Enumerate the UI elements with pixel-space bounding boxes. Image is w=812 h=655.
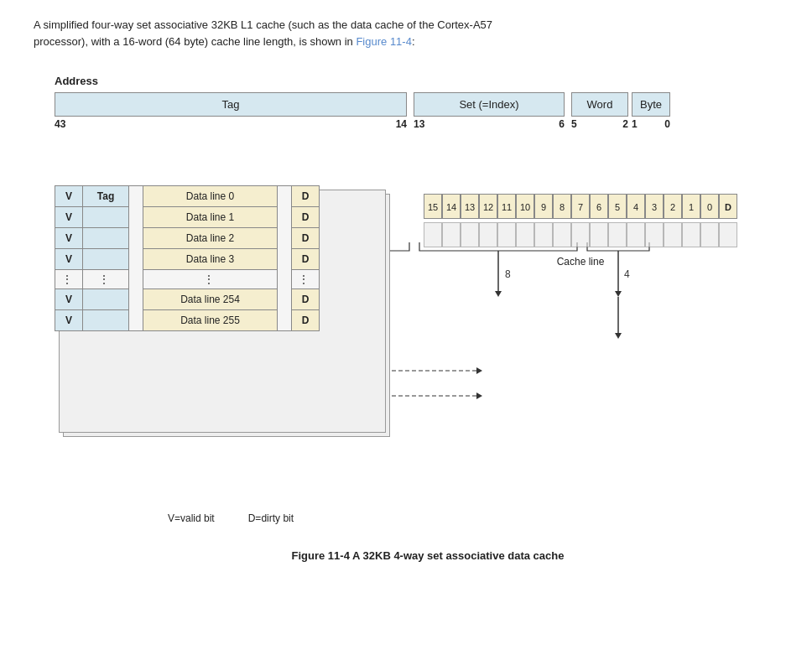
row2-d: D xyxy=(292,228,320,249)
row254-d: D xyxy=(292,289,320,310)
row255-data: Data line 255 xyxy=(143,310,278,331)
word-box: Word xyxy=(571,92,628,117)
tag-bit-right: 14 xyxy=(396,118,407,130)
row254-data: Data line 254 xyxy=(143,289,278,310)
intro-paragraph: A simplified four-way set associative 32… xyxy=(34,17,772,49)
cl-cell-8: 8 xyxy=(553,194,571,219)
figure-link[interactable]: Figure 11-4 xyxy=(356,35,411,48)
cl-cell-11: 11 xyxy=(497,194,516,219)
intro-text2: processor), with a 16-word (64 byte) cac… xyxy=(34,35,356,48)
cl-cell-12: 12 xyxy=(479,194,497,219)
row254-v: V xyxy=(55,289,83,310)
cl-cell-5: 5 xyxy=(608,194,627,219)
row3-tag xyxy=(83,249,129,270)
dot3: ⋮ xyxy=(143,270,278,289)
row0-tag: Tag xyxy=(83,186,129,207)
cl-cell-0: 0 xyxy=(700,194,719,219)
cl-cell-7: 7 xyxy=(571,194,590,219)
cl-cell-2: 2 xyxy=(664,194,682,219)
tag-box: Tag xyxy=(55,92,407,117)
row2-tag xyxy=(83,228,129,249)
cache-row-3: V Data line 3 D xyxy=(55,249,320,270)
word-bit-left: 5 xyxy=(571,118,577,130)
cl-cell-d: D xyxy=(719,194,737,219)
full-diagram: 30 8 4 Address Tag xyxy=(50,75,805,562)
cache-row-254: V Data line 254 D xyxy=(55,289,320,310)
row1-d: D xyxy=(292,207,320,228)
row254-tag xyxy=(83,289,129,310)
row0-d: D xyxy=(292,186,320,207)
cache-table-wrap: V Tag Data line 0 D V Data line 1 xyxy=(55,185,398,487)
row1-tag xyxy=(83,207,129,228)
row1-v: V xyxy=(55,207,83,228)
tag-bit-left: 43 xyxy=(55,118,65,130)
legend-dirty: D=dirty bit xyxy=(248,512,294,524)
cl-cell-6: 6 xyxy=(590,194,608,219)
intro-text1: A simplified four-way set associative 32… xyxy=(34,18,492,31)
word-bit-right: 2 xyxy=(622,118,628,130)
byte-bit-right: 0 xyxy=(664,118,670,130)
set-box: Set (=Index) xyxy=(414,92,565,117)
set-bit-right: 6 xyxy=(559,118,565,130)
cl-cell-13: 13 xyxy=(461,194,479,219)
row3-d: D xyxy=(292,249,320,270)
cl-cell-15: 15 xyxy=(424,194,442,219)
cache-line-label: Cache line xyxy=(424,256,737,268)
cl-cell-4: 4 xyxy=(627,194,645,219)
row255-tag xyxy=(83,310,129,331)
set-bit-left: 13 xyxy=(414,118,424,130)
cache-line-row2 xyxy=(424,222,737,247)
row3-data: Data line 3 xyxy=(143,249,278,270)
row0-v: V xyxy=(55,186,83,207)
dot-row: ⋮ ⋮ ⋮ ⋮ xyxy=(55,270,320,289)
cache-table: V Tag Data line 0 D V Data line 1 xyxy=(55,185,320,331)
dot4: ⋮ xyxy=(292,270,320,289)
legend: V=valid bit D=dirty bit xyxy=(168,512,805,524)
address-label: Address xyxy=(55,75,98,87)
byte-box: Byte xyxy=(632,92,670,117)
cl-cell-14: 14 xyxy=(442,194,461,219)
diagram-row: V Tag Data line 0 D V Data line 1 xyxy=(55,185,805,487)
cl-cell-9: 9 xyxy=(534,194,553,219)
cache-row-255: V Data line 255 D xyxy=(55,310,320,331)
cache-row-0: V Tag Data line 0 D xyxy=(55,186,320,207)
dot2: ⋮ xyxy=(83,270,129,289)
row255-d: D xyxy=(292,310,320,331)
row2-data: Data line 2 xyxy=(143,228,278,249)
legend-valid: V=valid bit xyxy=(168,512,215,524)
intro-text3: : xyxy=(412,35,415,48)
row1-data: Data line 1 xyxy=(143,207,278,228)
cache-line-area: 15 14 13 12 11 10 9 8 7 6 5 4 3 2 1 0 D xyxy=(424,194,737,487)
cache-line-row1: 15 14 13 12 11 10 9 8 7 6 5 4 3 2 1 0 D xyxy=(424,194,737,219)
cl-cell-3: 3 xyxy=(645,194,664,219)
dot1: ⋮ xyxy=(55,270,83,289)
cl-cell-1: 1 xyxy=(682,194,700,219)
figure-caption: Figure 11-4 A 32KB 4-way set associative… xyxy=(50,549,805,562)
cl-cell-10: 10 xyxy=(516,194,534,219)
cache-row-2: V Data line 2 D xyxy=(55,228,320,249)
address-boxes: Tag Set (=Index) Word Byte xyxy=(55,92,805,117)
row255-v: V xyxy=(55,310,83,331)
row0-data: Data line 0 xyxy=(143,186,278,207)
byte-bit-left: 1 xyxy=(632,118,638,130)
cache-row-1: V Data line 1 D xyxy=(55,207,320,228)
row3-v: V xyxy=(55,249,83,270)
row2-v: V xyxy=(55,228,83,249)
